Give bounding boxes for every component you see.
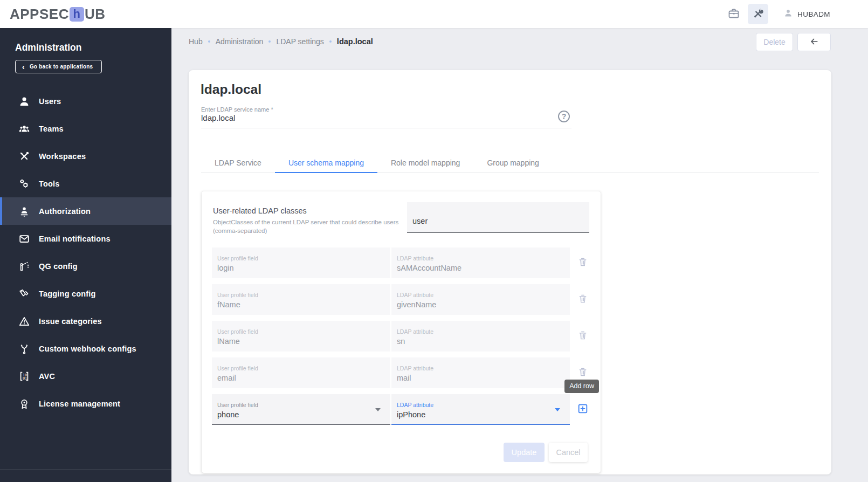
user-profile-field-select[interactable]: User profile field phone <box>212 394 390 425</box>
cancel-button[interactable]: Cancel <box>549 443 588 462</box>
tab-ldap-service[interactable]: LDAP Service <box>201 153 275 173</box>
license-badge-icon <box>18 398 30 410</box>
tab-group-mapping[interactable]: Group mapping <box>473 153 553 173</box>
breadcrumb-dot-icon <box>268 40 271 43</box>
help-icon[interactable]: ? <box>558 111 570 122</box>
page-title: ldap.local <box>201 82 261 97</box>
update-button[interactable]: Update <box>504 443 545 462</box>
back-button[interactable] <box>797 33 831 51</box>
plus-square-icon <box>577 403 589 416</box>
logo-h-icon: h <box>70 7 84 22</box>
workspaces-icon <box>18 150 30 162</box>
sidebar-item-custom-webhook-configs[interactable]: Custom webhook configs <box>0 335 171 362</box>
user-profile-field-cell: User profile field lName <box>212 321 390 352</box>
sidebar-item-workspaces[interactable]: Workspaces <box>0 142 171 170</box>
ldap-attribute-select[interactable]: LDAP attribute ipPhone <box>391 394 570 425</box>
field-value: phone <box>217 410 390 419</box>
user-profile-field-cell: User profile field fName <box>212 284 390 315</box>
breadcrumb-administration[interactable]: Administration <box>216 37 264 46</box>
mapping-row-email: User profile field email LDAP attribute … <box>212 357 596 388</box>
breadcrumb-current: ldap.local <box>337 37 373 46</box>
person-icon <box>783 8 793 20</box>
admin-sidebar: Administration ‹ Go back to applications… <box>0 28 171 482</box>
tab-role-model-mapping[interactable]: Role model mapping <box>377 153 473 173</box>
users-icon <box>18 95 30 107</box>
field-label: User profile field <box>217 255 390 261</box>
mapping-rows: User profile field login LDAP attribute … <box>212 247 596 431</box>
breadcrumb-dot-icon <box>208 40 210 43</box>
delete-row-button[interactable] <box>577 257 588 269</box>
logo-text-prefix: APPSEC <box>10 6 69 23</box>
add-row-button[interactable] <box>577 403 589 416</box>
attr-label: LDAP attribute <box>397 402 570 408</box>
sidebar-title: Administration <box>0 28 171 53</box>
attr-value: ipPhone <box>397 410 570 419</box>
ldap-attribute-cell: LDAP attribute mail <box>391 357 570 388</box>
go-back-to-applications-button[interactable]: ‹ Go back to applications <box>15 60 102 73</box>
attr-value: givenName <box>397 300 570 309</box>
sidebar-item-tools[interactable]: Tools <box>0 170 171 197</box>
webhook-icon <box>18 343 30 355</box>
form-buttons: Update Cancel <box>504 443 588 462</box>
attr-label: LDAP attribute <box>397 292 570 298</box>
add-row-tooltip: Add row <box>564 380 599 393</box>
breadcrumb-hub[interactable]: Hub <box>189 37 203 46</box>
attr-value: sn <box>397 337 570 346</box>
sidebar-item-avc[interactable]: 1001 AVC <box>0 362 171 390</box>
arrow-left-icon <box>809 36 819 49</box>
applications-button[interactable] <box>727 7 740 22</box>
chevron-left-icon: ‹ <box>22 64 25 70</box>
attr-value: sAMAccountName <box>397 264 570 272</box>
app-logo[interactable]: APPSEChUB <box>0 6 105 23</box>
trash-icon <box>577 330 588 342</box>
field-value: lName <box>217 337 390 346</box>
tab-bar: LDAP Service User schema mapping Role mo… <box>201 153 819 173</box>
svg-text:01: 01 <box>23 376 27 381</box>
sidebar-item-teams[interactable]: Teams <box>0 115 171 142</box>
field-value: fName <box>217 300 390 309</box>
qg-config-icon <box>18 260 30 272</box>
sidebar-menu: Users Teams Workspaces Tools Authorizati… <box>0 87 171 417</box>
ldap-classes-label: User-related LDAP classes <box>213 206 402 215</box>
sidebar-item-authorization[interactable]: Authorization <box>0 197 171 225</box>
briefcase-icon <box>727 7 740 22</box>
mapping-row-phone-editable: User profile field phone LDAP attribute … <box>212 394 596 425</box>
page-actions: Delete <box>756 33 831 51</box>
tools-icon <box>752 8 764 21</box>
chevron-down-icon <box>375 408 381 411</box>
main-content: Hub Administration LDAP settings ldap.lo… <box>171 28 868 482</box>
topbar-actions: HUBADM <box>727 4 868 24</box>
sidebar-item-tagging-config[interactable]: Tagging config <box>0 280 171 307</box>
sidebar-item-users[interactable]: Users <box>0 87 171 115</box>
admin-tools-button[interactable] <box>748 4 768 24</box>
binary-matrix-icon: 1001 <box>18 370 30 382</box>
delete-row-button[interactable] <box>577 293 588 306</box>
service-name-input[interactable] <box>201 113 552 122</box>
breadcrumb-dot-icon <box>329 40 332 43</box>
ldap-classes-input[interactable] <box>407 202 589 233</box>
attr-label: LDAP attribute <box>397 328 570 335</box>
trash-icon <box>577 367 588 379</box>
attr-label: LDAP attribute <box>397 365 570 371</box>
delete-button[interactable]: Delete <box>756 33 793 51</box>
mapping-row-lname: User profile field lName LDAP attribute … <box>212 321 596 352</box>
breadcrumb-ldap-settings[interactable]: LDAP settings <box>276 37 323 46</box>
ldap-service-card: ldap.local Enter LDAP service name * ? L… <box>189 70 831 474</box>
input-underline <box>201 128 571 128</box>
logo-text-suffix: UB <box>85 6 106 23</box>
service-name-label: Enter LDAP service name * <box>201 106 273 113</box>
tag-icon <box>18 288 30 300</box>
sidebar-item-qg-config[interactable]: QG config <box>0 252 171 280</box>
delete-row-button[interactable] <box>577 330 588 342</box>
sidebar-item-license-management[interactable]: License management <box>0 390 171 417</box>
delete-row-button[interactable] <box>577 367 588 379</box>
attr-value: mail <box>397 374 570 382</box>
user-profile-field-cell: User profile field login <box>212 247 390 278</box>
user-menu[interactable]: HUBADM <box>783 8 830 20</box>
field-value: login <box>217 264 390 272</box>
sidebar-item-issue-categories[interactable]: Issue categories <box>0 307 171 335</box>
tab-user-schema-mapping[interactable]: User schema mapping <box>275 153 377 173</box>
field-label: User profile field <box>217 402 390 408</box>
sidebar-item-email-notifications[interactable]: Email notifications <box>0 225 171 252</box>
gears-icon <box>18 178 30 190</box>
